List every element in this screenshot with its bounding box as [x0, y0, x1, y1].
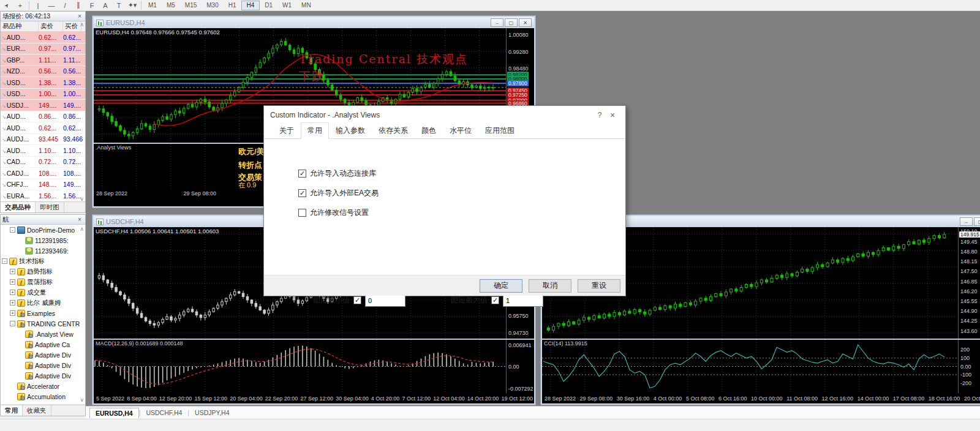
- navigator-item[interactable]: +f比尔 威廉姆: [1, 298, 85, 308]
- market-watch-row[interactable]: ↘CAD...0.72...0.72...: [1, 157, 85, 168]
- fibonacci-icon[interactable]: F: [85, 1, 99, 10]
- checkbox-checked[interactable]: ✓: [298, 189, 306, 197]
- usdjpy-price-scale[interactable]: 150.10149.45148.80148.15147.50146.85146.…: [958, 227, 980, 339]
- market-watch-row[interactable]: ↘AUD...0.62...0.62...: [1, 122, 85, 134]
- tree-expander-icon[interactable]: +: [10, 310, 15, 316]
- fixed-maximum-checkbox[interactable]: ✓: [491, 296, 499, 304]
- close-button[interactable]: ✕: [519, 18, 532, 27]
- navigator-item[interactable]: +fExamples: [1, 308, 85, 318]
- fixed-minimum-checkbox[interactable]: ✓: [353, 296, 361, 304]
- navigator-item[interactable]: fAdaptive Div: [1, 370, 85, 381]
- restore-button[interactable]: ▢: [974, 217, 980, 226]
- close-icon[interactable]: ×: [76, 216, 83, 223]
- close-icon[interactable]: ×: [606, 110, 619, 120]
- market-watch-row[interactable]: ↘GBP...1.11...1.11...: [1, 54, 85, 66]
- navigator-item[interactable]: fAdaptive Div: [1, 350, 85, 360]
- scroll-up-icon[interactable]: ∧: [80, 21, 84, 28]
- tree-expander-icon[interactable]: -: [10, 321, 15, 326]
- market-watch-row[interactable]: ↘USD...1.38...1.38...: [1, 77, 85, 89]
- tree-expander-icon[interactable]: +: [10, 279, 15, 285]
- chart-tab-usdjpyh4[interactable]: USDJPY,H4: [189, 408, 235, 418]
- column-bid[interactable]: 卖价: [39, 21, 63, 31]
- market-watch-row[interactable]: ↘EUR...0.97...0.97...: [1, 43, 85, 55]
- market-watch-tab[interactable]: 即时图: [36, 202, 64, 212]
- macd-scale[interactable]: 0.0069410.00-0.007292: [506, 340, 534, 393]
- timeframe-button-mn[interactable]: MN: [296, 1, 316, 10]
- market-watch-titlebar[interactable]: 场报价: 06:42:13 ×: [1, 12, 85, 21]
- market-watch-tab[interactable]: 交易品种: [1, 202, 36, 212]
- market-watch-row[interactable]: ↘CADJ...108....108....: [1, 168, 85, 179]
- timeframe-button-m5[interactable]: M5: [162, 1, 180, 10]
- navigator-item[interactable]: 112391985:: [1, 235, 85, 245]
- market-watch-row[interactable]: ↘AUD...0.86...0.86...: [1, 111, 85, 123]
- dialog-button-ok[interactable]: 确定: [480, 279, 522, 293]
- minimize-button[interactable]: ‒: [960, 217, 973, 226]
- navigator-tab[interactable]: 常用: [1, 405, 23, 416]
- navigator-tab[interactable]: 收藏夹: [23, 405, 51, 416]
- dialog-tab-应用范围[interactable]: 应用范围: [478, 122, 521, 138]
- label-icon[interactable]: T: [112, 1, 126, 10]
- dialog-button-cancel[interactable]: 取消: [529, 279, 571, 293]
- dialog-tab-依存关系[interactable]: 依存关系: [372, 122, 415, 138]
- timeframe-button-h4[interactable]: H4: [241, 1, 260, 10]
- market-watch-row[interactable]: ↘AUD...0.62...0.62...: [1, 32, 85, 43]
- eurusd-titlebar[interactable]: EURUSD,H4 ‒▢✕: [94, 17, 534, 28]
- navigator-item[interactable]: +f震荡指标: [1, 277, 85, 287]
- horizontal-line-icon[interactable]: —: [45, 1, 58, 10]
- timeframe-button-m15[interactable]: M15: [180, 1, 202, 10]
- close-icon[interactable]: ×: [76, 13, 83, 20]
- dialog-button-reset[interactable]: 重设: [578, 279, 620, 293]
- timeframe-button-d1[interactable]: D1: [260, 1, 277, 10]
- column-symbol[interactable]: 易品种: [1, 21, 39, 31]
- checkbox-checked[interactable]: ✓: [298, 170, 306, 178]
- shapes-icon[interactable]: ✦▾: [126, 1, 139, 10]
- trendline-icon[interactable]: /: [58, 1, 72, 10]
- fixed-maximum-input[interactable]: [503, 294, 543, 307]
- market-watch-row[interactable]: ↘AUD...1.10...1.10...: [1, 145, 85, 157]
- dialog-tab-水平位[interactable]: 水平位: [443, 122, 478, 138]
- tree-expander-icon[interactable]: +: [10, 269, 15, 274]
- scroll-up-icon[interactable]: ∧: [80, 226, 84, 232]
- text-icon[interactable]: A: [99, 1, 112, 10]
- restore-button[interactable]: ▢: [505, 18, 518, 27]
- dialog-tab-颜色[interactable]: 颜色: [415, 122, 443, 138]
- navigator-item[interactable]: -fTRADING CENTR: [1, 318, 85, 329]
- tree-expander-icon[interactable]: -: [10, 227, 15, 233]
- timeframe-button-w1[interactable]: W1: [277, 1, 296, 10]
- scroll-down-icon[interactable]: ∨: [80, 397, 84, 403]
- tree-expander-icon[interactable]: +: [10, 300, 15, 305]
- time-axis[interactable]: 28 Sep 202229 Sep 08:0030 Sep 16:004 Oct…: [542, 394, 980, 403]
- vertical-line-icon[interactable]: |: [31, 1, 45, 10]
- navigator-item[interactable]: -f技术指标: [1, 256, 85, 266]
- channel-icon[interactable]: ∥: [72, 1, 85, 10]
- navigator-item[interactable]: 112393469:: [1, 245, 85, 256]
- dialog-tab-关于[interactable]: 关于: [273, 122, 301, 138]
- chart-tab-usdchfh4[interactable]: USDCHF,H4: [140, 408, 187, 418]
- navigator-titlebar[interactable]: 航 ×: [1, 215, 85, 225]
- crosshair-icon[interactable]: +: [13, 1, 27, 10]
- navigator-item[interactable]: fAdaptive Ca: [1, 339, 85, 350]
- cci-scale[interactable]: 2001000.00-100-200: [958, 340, 980, 393]
- help-icon[interactable]: ?: [594, 111, 606, 119]
- navigator-item[interactable]: -DooPrime-Demo: [1, 225, 85, 235]
- cci-subwindow[interactable]: CCI(14) 113.9915: [542, 340, 958, 393]
- chart-tab-eurusdh4[interactable]: EURUSD,H4: [89, 408, 139, 418]
- navigator-item[interactable]: f.Analyst View: [1, 329, 85, 339]
- market-watch-row[interactable]: ↘AUDJ...93.44593.466: [1, 134, 85, 146]
- tree-expander-icon[interactable]: -: [2, 258, 7, 264]
- dialog-titlebar[interactable]: Custom Indicator - .Analyst Views ? ×: [264, 106, 625, 124]
- column-ask[interactable]: 买价: [63, 21, 81, 31]
- market-watch-row[interactable]: ↘USDJ...149....149....: [1, 100, 85, 111]
- market-watch-row[interactable]: ↘USD...1.00...1.00...: [1, 89, 85, 100]
- subwindow-separator[interactable]: [542, 339, 980, 340]
- navigator-item[interactable]: fAdaptive Div: [1, 360, 85, 370]
- market-watch-row[interactable]: ↘NZD...0.56...0.56...: [1, 66, 85, 78]
- dialog-tab-输入参数[interactable]: 输入参数: [329, 122, 372, 138]
- timeframe-button-m30[interactable]: M30: [202, 1, 223, 10]
- time-axis[interactable]: 5 Sep 20228 Sep 04:0012 Sep 20:0015 Sep …: [94, 394, 534, 403]
- market-watch-row[interactable]: ↘CHFJ...148....149....: [1, 179, 85, 191]
- fixed-minimum-input[interactable]: [365, 294, 405, 307]
- market-watch-row[interactable]: ↘EURA...1.56...1.56...: [1, 190, 85, 202]
- navigator-item[interactable]: fAccelerator: [1, 381, 85, 391]
- tree-expander-icon[interactable]: +: [10, 290, 15, 295]
